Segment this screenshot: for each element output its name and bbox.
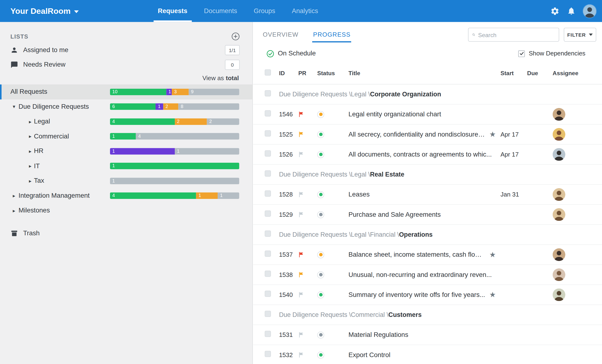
row-checkbox[interactable] [265, 331, 271, 337]
row-checkbox[interactable] [265, 130, 271, 136]
add-list-button[interactable] [231, 32, 240, 40]
request-title[interactable]: Balance sheet, income statements, cash f… [348, 251, 485, 258]
chevron-right-icon[interactable]: ▸ [29, 134, 32, 139]
row-checkbox[interactable] [265, 311, 271, 317]
nav-tab-documents[interactable]: Documents [200, 0, 241, 22]
chevron-right-icon[interactable]: ▸ [29, 149, 32, 154]
nav-tab-requests[interactable]: Requests [154, 0, 192, 22]
assignee-avatar[interactable] [553, 208, 565, 221]
star-icon[interactable]: ★ [489, 291, 496, 298]
status-dot-green[interactable] [317, 351, 324, 358]
sidebar-item-needs-review[interactable]: Needs Review 0 [0, 57, 252, 72]
priority-flag-gray-icon[interactable] [298, 332, 317, 338]
chevron-right-icon[interactable]: ▸ [13, 193, 15, 198]
priority-flag-gray-icon[interactable] [298, 352, 317, 358]
assignee-avatar[interactable] [553, 148, 565, 161]
row-checkbox[interactable] [265, 191, 271, 197]
sidebar-item-hr[interactable]: ▸HR11 [0, 144, 252, 158]
star-icon[interactable]: ★ [489, 131, 496, 138]
priority-flag-orange-icon[interactable] [298, 132, 317, 137]
priority-flag-orange-icon[interactable] [298, 272, 317, 277]
sidebar-item-integration-management[interactable]: ▸Integration Management411 [0, 188, 252, 203]
show-dependencies-checkbox[interactable] [518, 50, 525, 57]
sidebar-item-commercial[interactable]: ▸Commercial14 [0, 129, 252, 144]
assignee-avatar[interactable] [553, 248, 565, 261]
view-tab-progress[interactable]: PROGRESS [312, 27, 352, 42]
chevron-right-icon[interactable]: ▸ [29, 119, 32, 124]
chevron-down-icon[interactable]: ▾ [13, 104, 15, 109]
nav-tab-analytics[interactable]: Analytics [288, 0, 322, 22]
sidebar-item-due-diligence-requests[interactable]: ▾Due Diligence Requests6128 [0, 99, 252, 114]
row-checkbox[interactable] [265, 90, 271, 96]
assignee-avatar[interactable] [553, 188, 565, 201]
column-header-assignee[interactable]: Assignee [553, 70, 591, 76]
sidebar-item-it[interactable]: ▸IT1 [0, 159, 252, 173]
priority-flag-gray-icon[interactable] [298, 212, 317, 218]
view-tab-overview[interactable]: OVERVIEW [262, 27, 299, 42]
column-header-id[interactable]: ID [279, 70, 298, 76]
group-breadcrumb[interactable]: Due Diligence Requests \Legal \Financial… [279, 231, 591, 238]
group-breadcrumb[interactable]: Due Diligence Requests \Commercial \Cust… [279, 311, 591, 319]
row-checkbox[interactable] [265, 150, 271, 156]
status-dot-gray[interactable] [317, 211, 324, 218]
column-header-status[interactable]: Status [317, 70, 348, 76]
status-dot-orange[interactable] [317, 251, 324, 258]
request-title[interactable]: All documents, contracts or agreements t… [348, 151, 496, 158]
assignee-avatar[interactable] [553, 128, 565, 141]
status-dot-green[interactable] [317, 131, 324, 138]
request-title[interactable]: All secrecy, confidentiality and nondisc… [348, 131, 485, 138]
chevron-right-icon[interactable]: ▸ [29, 164, 32, 169]
sidebar-item-legal[interactable]: ▸Legal422 [0, 114, 252, 129]
sidebar-item-all-requests[interactable]: All Requests10139 [0, 84, 252, 99]
request-title[interactable]: Purchase and Sale Agreements [348, 211, 496, 218]
user-avatar[interactable] [583, 5, 596, 18]
request-title[interactable]: Legal entity organizational chart [348, 110, 496, 118]
status-dot-gray[interactable] [317, 331, 324, 338]
group-breadcrumb[interactable]: Due Diligence Requests \Legal \Corporate… [279, 91, 591, 98]
priority-flag-gray-icon[interactable] [298, 292, 317, 298]
star-icon[interactable]: ★ [489, 251, 496, 258]
column-header-due[interactable]: Due [527, 70, 553, 76]
request-title[interactable]: Unusual, non-recurring and extraordinary… [348, 271, 496, 278]
sidebar-item-tax[interactable]: ▸Tax1 [0, 173, 252, 188]
request-title[interactable]: Leases [348, 191, 496, 198]
assignee-avatar[interactable] [553, 108, 565, 121]
sidebar-item-trash[interactable]: Trash [0, 226, 252, 240]
row-checkbox[interactable] [265, 351, 271, 357]
sidebar-item-milestones[interactable]: ▸Milestones [0, 203, 252, 218]
assignee-avatar[interactable] [553, 288, 565, 301]
row-checkbox[interactable] [265, 110, 271, 116]
status-dot-green[interactable] [317, 291, 324, 298]
notifications-bell-icon[interactable] [567, 7, 576, 15]
sidebar-item-assigned-to-me[interactable]: Assigned to me 1/1 [0, 43, 252, 58]
status-dot-green[interactable] [317, 151, 324, 158]
priority-flag-gray-icon[interactable] [298, 152, 317, 157]
row-checkbox[interactable] [265, 250, 271, 257]
row-checkbox[interactable] [265, 210, 271, 217]
status-dot-orange[interactable] [317, 111, 324, 118]
status-dot-gray[interactable] [317, 271, 324, 278]
show-dependencies-toggle[interactable]: Show Dependencies [518, 50, 586, 57]
view-as-toggle[interactable]: View as total [0, 72, 252, 84]
settings-gear-icon[interactable] [550, 6, 560, 16]
assignee-avatar[interactable] [553, 268, 565, 281]
filter-button[interactable]: FILTER [564, 28, 596, 42]
row-checkbox[interactable] [265, 230, 271, 237]
column-header-pr[interactable]: PR [298, 70, 317, 76]
search-field[interactable] [478, 31, 555, 38]
column-header-title[interactable]: Title [348, 70, 500, 76]
priority-flag-red-icon[interactable] [298, 252, 317, 257]
nav-tab-groups[interactable]: Groups [249, 0, 280, 22]
request-title[interactable]: Export Control [348, 351, 496, 359]
row-checkbox[interactable] [265, 271, 271, 277]
select-all-checkbox[interactable] [265, 70, 271, 76]
request-title[interactable]: Summary of inventory write offs for five… [348, 291, 485, 299]
priority-flag-red-icon[interactable] [298, 111, 317, 117]
chevron-right-icon[interactable]: ▸ [29, 178, 32, 183]
status-dot-green[interactable] [317, 191, 324, 198]
request-title[interactable]: Material Regulations [348, 331, 496, 339]
row-checkbox[interactable] [265, 170, 271, 177]
column-header-start[interactable]: Start [501, 70, 527, 76]
group-breadcrumb[interactable]: Due Diligence Requests \Legal \Real Esta… [279, 171, 591, 178]
chevron-right-icon[interactable]: ▸ [13, 208, 15, 213]
